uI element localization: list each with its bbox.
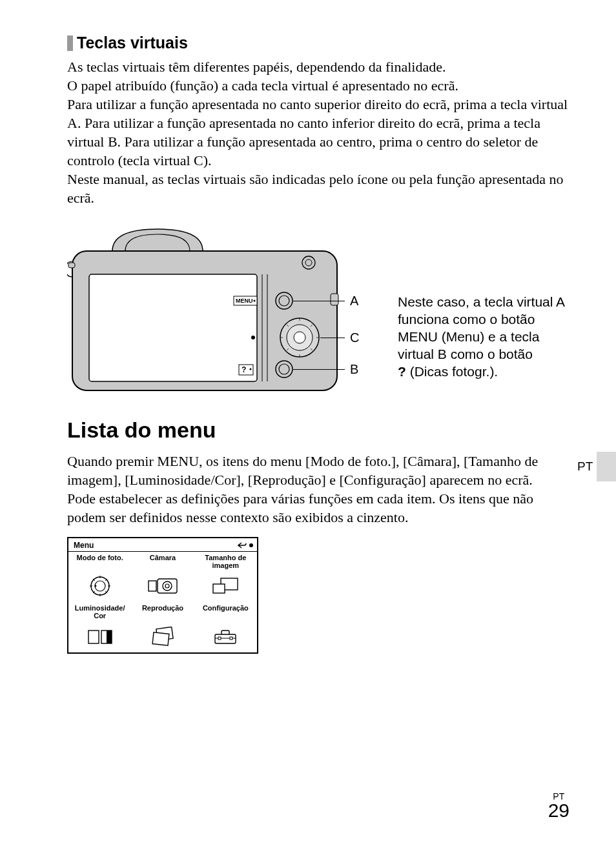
menu-title-bar: Menu xyxy=(68,538,257,552)
menu-cell-camara: Câmara xyxy=(131,552,194,602)
svg-point-7 xyxy=(250,368,252,370)
footer-page-number: 29 xyxy=(548,801,570,820)
svg-rect-54 xyxy=(218,637,221,640)
section-heading: Lista do menu xyxy=(67,418,571,443)
language-tab: PT xyxy=(597,452,616,481)
sub-heading-row: Teclas virtuais xyxy=(67,34,571,52)
svg-rect-26 xyxy=(331,294,338,305)
back-arrow-icon xyxy=(238,542,247,549)
menu-screenshot: Menu Modo de foto. xyxy=(67,537,258,654)
svg-point-3 xyxy=(254,300,256,302)
camera-back-icon: MENU ? xyxy=(67,224,345,398)
image-size-icon xyxy=(212,578,239,594)
svg-rect-49 xyxy=(107,631,112,643)
heading-marker-icon xyxy=(67,35,73,51)
camera-diagram: MENU ? xyxy=(67,224,364,398)
toolbox-icon xyxy=(212,628,238,645)
menu-cell-configuracao: Configuração xyxy=(194,602,257,652)
brightness-color-icon xyxy=(87,628,113,645)
playback-icon xyxy=(149,627,176,646)
dot-icon xyxy=(249,543,253,547)
menu-cell-tamanho: Tamanho de imagem xyxy=(194,552,257,602)
sub-heading: Teclas virtuais xyxy=(77,34,188,52)
svg-rect-40 xyxy=(149,581,156,591)
svg-point-43 xyxy=(165,584,169,588)
menu-cell-label: Câmara xyxy=(150,554,176,570)
camera-diagram-row: MENU ? xyxy=(67,224,571,398)
label-b: B xyxy=(350,362,358,377)
svg-rect-55 xyxy=(230,637,232,640)
label-c: C xyxy=(350,330,359,345)
menu-cell-luminosidade: Luminosidade/ Cor xyxy=(68,602,131,652)
menu-cell-label: Reprodução xyxy=(142,605,183,620)
svg-rect-41 xyxy=(158,579,177,593)
svg-point-4 xyxy=(251,336,255,339)
menu-paragraph: Quando premir MENU, os itens do menu [Mo… xyxy=(67,452,571,527)
menu-title-label: Menu xyxy=(74,541,94,550)
svg-point-42 xyxy=(163,581,172,590)
question-mark-icon: ? xyxy=(398,364,406,379)
page-footer: PT 29 xyxy=(548,792,570,820)
label-a: A xyxy=(350,294,358,308)
svg-rect-45 xyxy=(213,584,225,593)
menu-cell-modo-de-foto: Modo de foto. xyxy=(68,552,131,602)
menu-text: MENU xyxy=(236,298,253,304)
menu-cell-label: Configuração xyxy=(203,605,249,620)
svg-rect-46 xyxy=(88,631,99,643)
camera-side-note: Neste caso, a tecla virtual A funciona c… xyxy=(398,294,566,380)
svg-rect-25 xyxy=(68,263,75,268)
side-note-after: (Dicas fotogr.). xyxy=(406,364,498,379)
svg-rect-1 xyxy=(89,274,257,381)
camera-icon xyxy=(148,578,178,594)
svg-rect-51 xyxy=(152,632,169,645)
menu-cell-label: Tamanho de imagem xyxy=(194,554,257,570)
menu-cell-reproducao: Reprodução xyxy=(131,602,194,652)
menu-cell-label: Luminosidade/ Cor xyxy=(68,605,131,620)
side-note-before: Neste caso, a tecla virtual A funciona c… xyxy=(398,294,564,361)
menu-cell-label: Modo de foto. xyxy=(77,554,123,570)
svg-point-14 xyxy=(294,332,305,343)
mode-dial-icon xyxy=(88,574,112,598)
svg-text:?: ? xyxy=(241,365,246,374)
intro-paragraph: As teclas virtuais têm diferentes papéis… xyxy=(67,57,571,207)
language-tab-label: PT xyxy=(577,459,593,474)
svg-point-31 xyxy=(94,585,96,587)
